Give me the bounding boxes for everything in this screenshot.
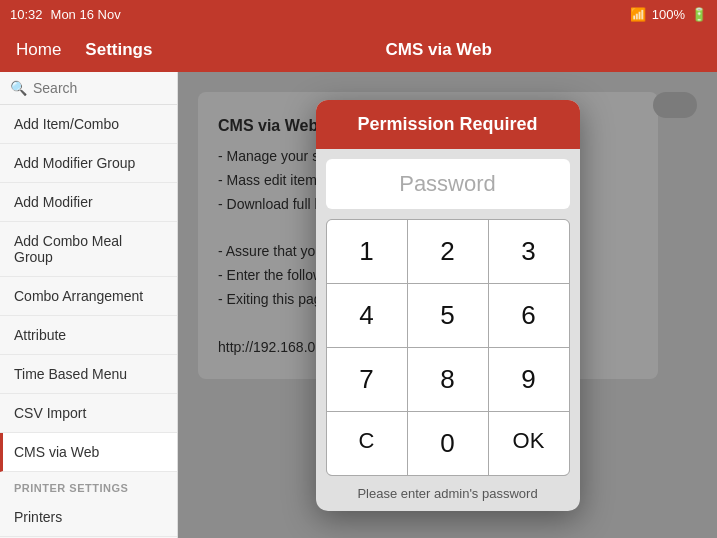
keypad-btn-7[interactable]: 7 xyxy=(327,348,407,411)
keypad-btn-5[interactable]: 5 xyxy=(408,284,488,347)
nav-settings-button[interactable]: Settings xyxy=(85,40,152,60)
keypad-btn-8[interactable]: 8 xyxy=(408,348,488,411)
sidebar-item-cms-via-web[interactable]: CMS via Web xyxy=(0,433,177,472)
search-bar[interactable]: 🔍 xyxy=(0,72,177,105)
main-layout: 🔍 Add Item/Combo Add Modifier Group Add … xyxy=(0,72,717,538)
sidebar-item-add-combo-meal-group[interactable]: Add Combo Meal Group xyxy=(0,222,177,277)
sidebar: 🔍 Add Item/Combo Add Modifier Group Add … xyxy=(0,72,178,538)
keypad-btn-3[interactable]: 3 xyxy=(489,220,569,283)
nav-bar: Home Settings CMS via Web xyxy=(0,28,717,72)
nav-home-button[interactable]: Home xyxy=(16,40,61,60)
sidebar-item-printers[interactable]: Printers xyxy=(0,498,177,537)
battery-icon: 🔋 xyxy=(691,7,707,22)
battery-status: 100% xyxy=(652,7,685,22)
modal-header: Permission Required xyxy=(316,100,580,149)
sidebar-item-csv-import[interactable]: CSV Import xyxy=(0,394,177,433)
sidebar-item-add-item-combo[interactable]: Add Item/Combo xyxy=(0,105,177,144)
wifi-icon: 📶 xyxy=(630,7,646,22)
modal-footer: Please enter admin's password xyxy=(316,476,580,511)
status-time: 10:32 xyxy=(10,7,43,22)
sidebar-item-combo-arrangement[interactable]: Combo Arrangement xyxy=(0,277,177,316)
printer-settings-label: PRINTER SETTINGS xyxy=(0,472,177,498)
nav-title: CMS via Web xyxy=(176,40,701,60)
keypad-btn-0[interactable]: 0 xyxy=(408,412,488,475)
modal-keypad: 1 2 3 4 5 6 7 8 9 C 0 OK xyxy=(326,219,570,476)
keypad-btn-clear[interactable]: C xyxy=(327,412,407,475)
permission-modal: Permission Required Password 1 2 3 4 5 6… xyxy=(316,100,580,511)
status-bar: 10:32 Mon 16 Nov 📶 100% 🔋 xyxy=(0,0,717,28)
keypad-btn-4[interactable]: 4 xyxy=(327,284,407,347)
sidebar-item-time-based-menu[interactable]: Time Based Menu xyxy=(0,355,177,394)
keypad-btn-9[interactable]: 9 xyxy=(489,348,569,411)
sidebar-item-attribute[interactable]: Attribute xyxy=(0,316,177,355)
keypad-btn-2[interactable]: 2 xyxy=(408,220,488,283)
main-content: CMS via Web - Manage your stock file via… xyxy=(178,72,717,538)
modal-overlay: Permission Required Password 1 2 3 4 5 6… xyxy=(178,72,717,538)
search-input[interactable] xyxy=(33,80,167,96)
modal-password-field[interactable]: Password xyxy=(326,159,570,209)
search-icon: 🔍 xyxy=(10,80,27,96)
keypad-btn-ok[interactable]: OK xyxy=(489,412,569,475)
keypad-btn-1[interactable]: 1 xyxy=(327,220,407,283)
keypad-btn-6[interactable]: 6 xyxy=(489,284,569,347)
status-date: Mon 16 Nov xyxy=(51,7,121,22)
sidebar-item-add-modifier[interactable]: Add Modifier xyxy=(0,183,177,222)
sidebar-item-add-modifier-group[interactable]: Add Modifier Group xyxy=(0,144,177,183)
